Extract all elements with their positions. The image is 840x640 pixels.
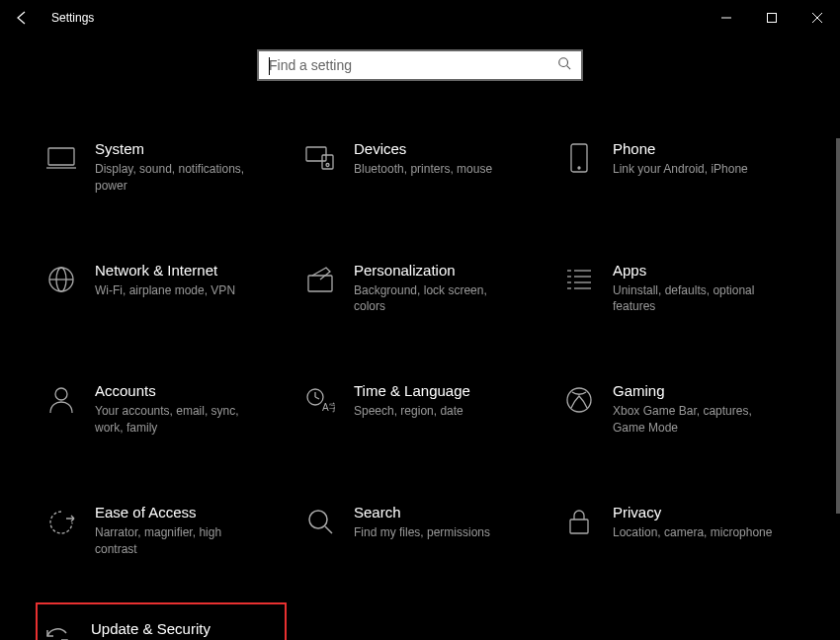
category-desc: Narrator, magnifier, high contrast <box>95 524 263 558</box>
category-search[interactable]: Search Find my files, permissions <box>300 500 540 562</box>
category-desc: Wi-Fi, airplane mode, VPN <box>95 282 235 299</box>
maximize-button[interactable] <box>749 0 795 36</box>
system-icon <box>45 142 77 174</box>
category-network[interactable]: Network & Internet Wi-Fi, airplane mode,… <box>42 258 281 320</box>
back-button[interactable] <box>12 8 32 28</box>
category-title: System <box>95 140 263 157</box>
svg-point-25 <box>55 388 67 400</box>
titlebar: Settings <box>0 0 840 36</box>
svg-rect-8 <box>306 147 326 161</box>
category-text: Phone Link your Android, iPhone <box>613 140 748 178</box>
categories-grid: System Display, sound, notifications, po… <box>0 81 840 640</box>
close-icon <box>812 13 822 23</box>
category-text: Ease of Access Narrator, magnifier, high… <box>95 504 263 558</box>
svg-rect-16 <box>308 276 332 291</box>
category-text: Network & Internet Wi-Fi, airplane mode,… <box>95 262 235 299</box>
category-desc: Your accounts, email, sync, work, family <box>95 403 263 437</box>
svg-point-31 <box>309 511 327 528</box>
category-system[interactable]: System Display, sound, notifications, po… <box>42 136 281 199</box>
category-accounts[interactable]: Accounts Your accounts, email, sync, wor… <box>42 378 281 440</box>
svg-point-10 <box>326 164 329 167</box>
category-desc: Uninstall, defaults, optional features <box>613 282 781 316</box>
category-text: Devices Bluetooth, printers, mouse <box>354 140 492 178</box>
arrow-left-icon <box>14 10 30 26</box>
category-text: Gaming Xbox Game Bar, captures, Game Mod… <box>613 382 781 437</box>
phone-icon <box>563 142 595 174</box>
paintbrush-icon <box>304 264 336 295</box>
search-input[interactable] <box>269 57 557 73</box>
maximize-icon <box>767 13 777 23</box>
svg-rect-6 <box>48 148 74 165</box>
category-text: Accounts Your accounts, email, sync, wor… <box>95 382 263 437</box>
category-title: Apps <box>613 262 781 279</box>
minimize-icon <box>721 13 731 23</box>
category-devices[interactable]: Devices Bluetooth, printers, mouse <box>300 136 540 199</box>
time-language-icon: A字 <box>304 384 336 416</box>
category-gaming[interactable]: Gaming Xbox Game Bar, captures, Game Mod… <box>559 378 798 440</box>
svg-text:A字: A字 <box>322 402 335 413</box>
category-privacy[interactable]: Privacy Location, camera, microphone <box>559 500 798 562</box>
category-title: Accounts <box>95 382 263 399</box>
category-desc: Location, camera, microphone <box>613 524 772 541</box>
category-title: Time & Language <box>354 382 470 399</box>
category-text: System Display, sound, notifications, po… <box>95 140 263 195</box>
search-box[interactable] <box>257 49 583 81</box>
category-title: Update & Security <box>91 620 259 637</box>
window-controls <box>704 0 840 36</box>
devices-icon <box>304 142 336 174</box>
text-cursor <box>269 57 270 75</box>
category-time[interactable]: A字 Time & Language Speech, region, date <box>300 378 540 440</box>
titlebar-left: Settings <box>12 8 94 28</box>
search-icon <box>304 506 336 537</box>
category-title: Gaming <box>613 382 781 399</box>
category-title: Ease of Access <box>95 504 263 520</box>
category-desc: Xbox Game Bar, captures, Game Mode <box>613 403 781 437</box>
category-title: Privacy <box>613 504 772 520</box>
category-title: Phone <box>613 140 748 157</box>
category-text: Personalization Background, lock screen,… <box>354 262 522 316</box>
apps-icon <box>563 264 595 295</box>
xbox-icon <box>563 384 595 416</box>
update-icon <box>42 622 73 640</box>
svg-rect-1 <box>768 14 777 23</box>
category-desc: Background, lock screen, colors <box>354 282 522 316</box>
category-title: Devices <box>354 140 492 157</box>
category-text: Search Find my files, permissions <box>354 504 490 541</box>
category-desc: Display, sound, notifications, power <box>95 161 263 195</box>
category-text: Privacy Location, camera, microphone <box>613 504 772 541</box>
person-icon <box>45 384 77 416</box>
category-title: Personalization <box>354 262 522 279</box>
window-title: Settings <box>51 11 94 25</box>
svg-line-28 <box>315 397 319 399</box>
category-text: Update & Security Windows Update, recove… <box>91 620 259 640</box>
svg-point-30 <box>567 388 591 412</box>
svg-rect-33 <box>570 520 588 533</box>
category-text: Apps Uninstall, defaults, optional featu… <box>613 262 781 316</box>
category-update-security[interactable]: Update & Security Windows Update, recove… <box>36 602 287 640</box>
category-ease-of-access[interactable]: Ease of Access Narrator, magnifier, high… <box>42 500 281 562</box>
ease-of-access-icon <box>45 506 77 537</box>
svg-line-32 <box>325 526 332 533</box>
category-phone[interactable]: Phone Link your Android, iPhone <box>559 136 798 199</box>
category-apps[interactable]: Apps Uninstall, defaults, optional featu… <box>559 258 798 320</box>
minimize-button[interactable] <box>704 0 749 36</box>
category-personalization[interactable]: Personalization Background, lock screen,… <box>300 258 540 320</box>
svg-point-12 <box>578 167 580 169</box>
category-desc: Link your Android, iPhone <box>613 161 748 178</box>
svg-point-4 <box>559 58 568 67</box>
category-desc: Speech, region, date <box>354 403 470 420</box>
search-icon <box>557 56 571 74</box>
svg-line-5 <box>567 66 571 70</box>
search-container <box>0 49 840 81</box>
scrollbar[interactable] <box>836 138 840 514</box>
lock-icon <box>563 506 595 537</box>
category-desc: Bluetooth, printers, mouse <box>354 161 492 178</box>
category-desc: Find my files, permissions <box>354 524 490 541</box>
category-title: Network & Internet <box>95 262 235 279</box>
category-title: Search <box>354 504 490 520</box>
category-text: Time & Language Speech, region, date <box>354 382 470 420</box>
globe-icon <box>45 264 77 295</box>
close-button[interactable] <box>795 0 840 36</box>
